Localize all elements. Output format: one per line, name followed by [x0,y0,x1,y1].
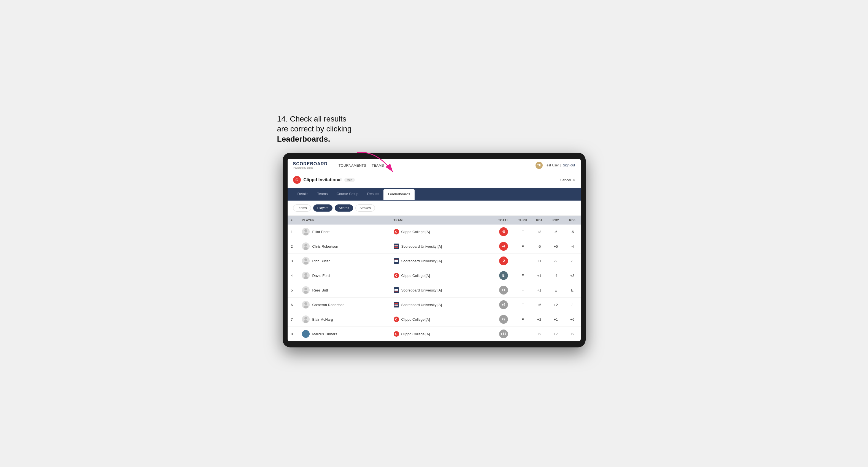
filter-players[interactable]: Players [313,205,333,212]
player-avatar [302,243,310,250]
team-name: Clippd College [A] [401,230,430,234]
cell-rd1: +1 [531,283,548,298]
svg-point-8 [304,276,308,279]
cell-player: Blair McHarg [299,312,390,327]
cell-rd2: -6 [548,224,564,239]
team-logo-clippd: C [394,317,399,322]
cell-player: Rees Britt [299,283,390,298]
cell-rank: 2 [287,239,299,254]
instruction-line3: Leaderboards. [277,135,330,143]
svg-point-7 [304,273,307,276]
tournament-logo: C [293,176,301,184]
cell-rd3: +2 [564,327,581,341]
cell-thru: F [515,239,531,254]
team-logo-scoreboard [394,287,399,293]
tablet-screen: SCOREBOARD Powered by clippd TOURNAMENTS… [287,159,581,341]
cell-rd2: +2 [548,298,564,312]
player-avatar [302,330,310,338]
cell-total: +9 [493,312,515,327]
tab-teams[interactable]: Teams [313,188,332,200]
team-name: Clippd College [A] [401,317,430,321]
tab-results[interactable]: Results [363,188,383,200]
logo-text: SCOREBOARD [293,161,328,166]
filter-strokes[interactable]: Strokes [355,205,375,212]
cell-rd2: +5 [548,239,564,254]
filter-row: Teams Players Scores Strokes [287,200,581,216]
filter-teams[interactable]: Teams [293,205,311,212]
cell-rd3: +6 [564,312,581,327]
col-rd3: RD3 [564,216,581,224]
signout-link[interactable]: Sign out [563,163,575,167]
team-name: Clippd College [A] [401,274,430,278]
svg-point-2 [304,232,308,235]
cell-player: Cameron Robertson [299,298,390,312]
player-name: Blair McHarg [312,317,333,321]
cell-rd1: +2 [531,327,548,341]
cell-thru: F [515,298,531,312]
player-name: Elliot Ebert [312,230,330,234]
cancel-button[interactable]: Cancel ✕ [560,178,575,182]
cell-team: CClippd College [A] [390,224,493,239]
table-row: 1Elliot EbertCClippd College [A]-8F+3-6-… [287,224,581,239]
svg-point-15 [302,330,310,338]
cell-total: -8 [493,224,515,239]
filter-scores[interactable]: Scores [335,205,353,212]
col-team: TEAM [390,216,493,224]
cell-total: E [493,268,515,283]
team-logo-scoreboard [394,302,399,308]
cell-team: CClippd College [A] [390,327,493,341]
cell-thru: F [515,327,531,341]
table-body: 1Elliot EbertCClippd College [A]-8F+3-6-… [287,224,581,341]
col-thru: THRU [515,216,531,224]
cell-team: Scoreboard University [A] [390,239,493,254]
team-name: Clippd College [A] [401,332,430,336]
cell-rd2: E [548,283,564,298]
cell-total: +6 [493,298,515,312]
svg-point-11 [304,302,307,305]
svg-point-4 [304,247,308,250]
user-label: Test User | [545,163,561,167]
cell-team: CClippd College [A] [390,312,493,327]
table-row: 8Marcus TurnersCClippd College [A]+11F+2… [287,327,581,341]
team-logo-scoreboard [394,258,399,264]
cell-total: -4 [493,239,515,254]
cell-total: +1 [493,283,515,298]
svg-point-13 [304,317,307,320]
player-name: Cameron Robertson [312,303,345,307]
player-avatar [302,272,310,279]
cell-team: Scoreboard University [A] [390,283,493,298]
player-avatar [302,257,310,265]
cell-thru: F [515,283,531,298]
cell-team: CClippd College [A] [390,268,493,283]
svg-point-5 [304,258,307,261]
cell-rd3: +3 [564,268,581,283]
player-avatar [302,228,310,236]
logo-sub: Powered by clippd [293,166,328,169]
player-avatar [302,286,310,294]
cell-thru: F [515,312,531,327]
close-icon: ✕ [572,178,575,182]
col-total: TOTAL [493,216,515,224]
tab-course-setup[interactable]: Course Setup [332,188,363,200]
cell-rd2: -2 [548,254,564,268]
team-name: Scoreboard University [A] [401,244,442,249]
tab-details[interactable]: Details [293,188,313,200]
player-name: Rich Butler [312,259,330,263]
col-rd2: RD2 [548,216,564,224]
cell-thru: F [515,254,531,268]
arrow-indicator [349,147,404,180]
tab-leaderboards[interactable]: Leaderboards [383,189,414,200]
table-row: 4David FordCClippd College [A]EF+1-4+3 [287,268,581,283]
player-name: Chris Robertson [312,244,338,249]
svg-point-10 [304,291,308,294]
player-name: Rees Britt [312,288,328,292]
col-player: PLAYER [299,216,390,224]
table-row: 7Blair McHargCClippd College [A]+9F+2+1+… [287,312,581,327]
cell-rank: 4 [287,268,299,283]
tournament-header: C Clippd Invitational Men Cancel ✕ [287,172,581,188]
cell-team: Scoreboard University [A] [390,298,493,312]
table-row: 3Rich ButlerScoreboard University [A]-2F… [287,254,581,268]
team-logo-clippd: C [394,229,399,235]
col-rd1: RD1 [531,216,548,224]
cell-rd2: +7 [548,327,564,341]
